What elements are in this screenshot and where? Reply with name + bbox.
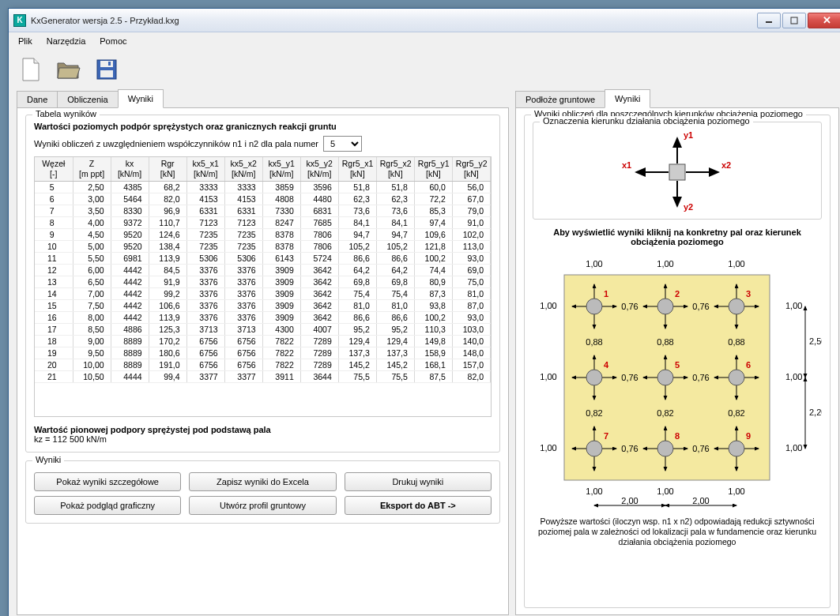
left-tab-body: Tabela wyników Wartości poziomych podpór… (17, 108, 509, 615)
svg-text:1,00: 1,00 (657, 259, 673, 269)
left-tabs: Dane Obliczenia Wyniki (17, 89, 509, 108)
save-button[interactable] (92, 55, 121, 84)
app-icon: K (13, 14, 26, 27)
kz-heading: Wartość pionowej podpory sprężystej pod … (34, 425, 492, 434)
tab-dane[interactable]: Dane (17, 91, 58, 107)
table-row[interactable]: 84,009372110,7712371238247768584,184,197… (35, 216, 491, 228)
table-row[interactable]: 199,508889180,66756675678227289137,3137,… (35, 347, 491, 359)
svg-text:0,88: 0,88 (657, 337, 673, 347)
btn-print[interactable]: Drukuj wyniki (345, 472, 492, 491)
col-header: kx5_y1[kN/m] (262, 157, 300, 181)
new-file-button[interactable] (17, 55, 45, 84)
group-directions-title: Oznaczenia kierunku działania obciążenia… (540, 116, 753, 126)
table-row[interactable]: 2110,50444499,4337733773911364475,575,58… (35, 370, 491, 382)
results-table-wrapper[interactable]: Węzeł[-]Z[m ppt]kx[kN/m]Rgr[kN]kx5_x1[kN… (34, 156, 492, 417)
svg-point-26 (657, 299, 673, 314)
table-row[interactable]: 157,504442106,6337633763909364281,081,09… (35, 299, 491, 311)
svg-text:5: 5 (675, 360, 680, 370)
group-table: Tabela wyników Wartości poziomych podpór… (25, 115, 500, 453)
right-tab-body: Wyniki obliczeń dla poszczególnych kieru… (515, 108, 839, 615)
svg-text:1,00: 1,00 (540, 443, 556, 453)
svg-text:y1: y1 (684, 130, 693, 140)
group-right-main: Wyniki obliczeń dla poszczególnych kieru… (524, 115, 831, 608)
col-header: Rgr[kN] (149, 157, 186, 181)
svg-text:1,00: 1,00 (540, 372, 556, 381)
table-row[interactable]: 126,00444284,5337633763909364264,264,274… (35, 264, 491, 276)
svg-point-62 (657, 441, 673, 456)
svg-text:1,00: 1,00 (586, 259, 602, 269)
table-row[interactable]: 2010,008889191,06756675678227289145,2145… (35, 359, 491, 370)
svg-text:1,00: 1,00 (785, 443, 802, 453)
pile-layout-diagram[interactable]: 1234567890,760,760,760,760,760,760,880,8… (533, 251, 822, 512)
menu-file[interactable]: Plik (12, 35, 39, 47)
table-row[interactable]: 52,50438568,2333333333859359651,851,860,… (35, 181, 491, 193)
svg-point-20 (586, 299, 602, 314)
col-header: kx5_y2[kN/m] (300, 157, 338, 181)
kz-value: kz = 112 500 kN/m (34, 434, 492, 444)
btn-export-abt[interactable]: Eksport do ABT -> (345, 496, 492, 515)
tab-obliczenia[interactable]: Obliczenia (57, 91, 118, 107)
group-directions: Oznaczenia kierunku działania obciążenia… (533, 122, 822, 220)
table-row[interactable]: 94,509520124,6723572358378780694,794,710… (35, 228, 491, 240)
maximize-button[interactable] (782, 13, 806, 28)
svg-text:0,76: 0,76 (621, 302, 638, 311)
svg-text:2,20: 2,20 (809, 408, 822, 417)
pile-select[interactable]: 5 (323, 136, 362, 152)
col-header: Rgr5_x1[kN] (338, 157, 376, 181)
table-row[interactable]: 168,004442113,9337633763909364286,686,61… (35, 311, 491, 323)
svg-text:4: 4 (604, 360, 609, 370)
menu-tools[interactable]: Narzędzia (40, 35, 92, 47)
svg-text:0,76: 0,76 (692, 444, 709, 453)
svg-text:1: 1 (604, 289, 608, 299)
btn-details[interactable]: Pokaż wyniki szczegółowe (34, 472, 181, 491)
btn-profile[interactable]: Utwórz profil gruntowy (189, 496, 336, 515)
table-row[interactable]: 115,506981113,9530653066143572486,686,61… (35, 252, 491, 264)
svg-point-44 (657, 370, 673, 385)
table-row[interactable]: 105,009520138,47235723583787806105,2105,… (35, 240, 491, 252)
table-row[interactable]: 136,50444291,9337633763909364269,869,880… (35, 276, 491, 287)
footnote: Powyższe wartości (iloczyn wsp. n1 x n2)… (533, 516, 822, 547)
svg-text:x2: x2 (721, 160, 731, 170)
svg-text:0,88: 0,88 (728, 337, 744, 347)
svg-text:0,82: 0,82 (657, 408, 673, 418)
col-header: kx5_x2[kN/m] (224, 157, 262, 181)
svg-point-32 (729, 299, 744, 314)
btn-graphic[interactable]: Pokaż podgląd graficzny (34, 496, 181, 515)
table-row[interactable]: 73,50833096,9633163317330683173,673,685,… (35, 205, 491, 216)
table-row[interactable]: 147,00444299,2337633763909364275,475,487… (35, 287, 491, 299)
svg-rect-6 (669, 164, 685, 180)
table-heading: Wartości poziomych podpór sprężystych or… (34, 122, 492, 131)
svg-text:1,00: 1,00 (785, 372, 802, 381)
table-row[interactable]: 178,504886125,3371337134300400795,295,21… (35, 323, 491, 335)
svg-text:1,00: 1,00 (586, 486, 602, 496)
svg-text:x1: x1 (622, 160, 631, 170)
col-header: kx5_x1[kN/m] (186, 157, 224, 181)
btn-excel[interactable]: Zapisz wyniki do Excela (189, 472, 336, 491)
col-header: Rgr5_y1[kN] (414, 157, 452, 181)
svg-rect-4 (100, 70, 113, 77)
titlebar: K KxGenerator wersja 2.5 - Przykład.kxg … (9, 9, 840, 32)
svg-text:0,82: 0,82 (586, 408, 602, 418)
app-window: K KxGenerator wersja 2.5 - Przykład.kxg … (8, 8, 840, 616)
tab-right-wyniki[interactable]: Wyniki (605, 89, 650, 108)
minimize-button[interactable] (757, 13, 781, 28)
menu-help[interactable]: Pomoc (93, 35, 133, 47)
tab-podloze[interactable]: Podłoże gruntowe (515, 91, 605, 107)
group-wyniki-title: Wyniki (32, 455, 64, 464)
svg-text:y2: y2 (684, 202, 693, 212)
svg-text:0,76: 0,76 (621, 444, 638, 453)
open-file-button[interactable] (55, 55, 83, 84)
col-header: Rgr5_x2[kN] (376, 157, 414, 181)
close-button[interactable]: ✕ (808, 13, 840, 28)
svg-text:7: 7 (604, 431, 608, 441)
group-wyniki-actions: Wyniki Pokaż wyniki szczegółowe Zapisz w… (25, 460, 500, 524)
svg-text:0,76: 0,76 (692, 373, 709, 382)
direction-diagram: y1 y2 x1 x2 (598, 129, 756, 216)
svg-text:2: 2 (675, 289, 680, 299)
instruction-text: Aby wyświetlić wyniki kliknij na konkret… (533, 227, 822, 246)
table-row[interactable]: 63,00546482,0415341534808448062,362,372,… (35, 193, 491, 205)
tab-wyniki[interactable]: Wyniki (118, 89, 164, 108)
svg-text:1,00: 1,00 (728, 486, 744, 496)
table-row[interactable]: 189,008889170,26756675678227289129,4129,… (35, 335, 491, 347)
svg-text:0,82: 0,82 (728, 408, 744, 418)
